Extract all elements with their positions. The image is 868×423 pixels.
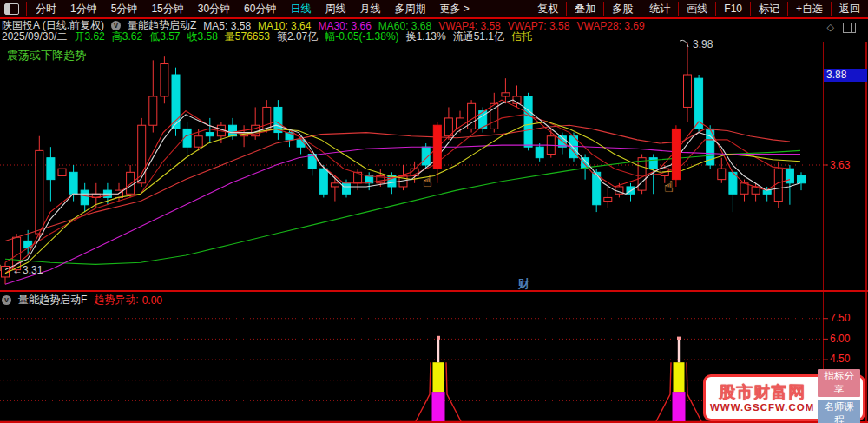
watermark-badges: 指标分享 名师课程 [818,369,860,423]
price-label-highlight: 3.88 [824,69,867,82]
day-stat: 高3.62 [112,30,142,44]
period-tab[interactable]: 1分钟 [63,2,104,17]
toolbar-button[interactable]: 返回 [831,2,868,16]
day-stat: 开3.62 [74,30,104,44]
crosshair-remnant: + [0,261,3,274]
tdx-trading-app: 分时1分钟5分钟15分钟30分钟60分钟日线周线月线多周期更多 > 复权叠加多股… [0,0,868,423]
high-price-annotation: 3.98 [693,38,713,50]
hand-pointer-icon: ☝ [423,172,432,191]
day-stat: 收3.58 [187,30,217,44]
day-stat: 信托 [511,30,532,44]
info-row-icons: ◇ [827,22,856,33]
right-frame-line [865,42,867,423]
sub-indicator-header: v 量能趋势启动F 趋势异动: 0.00 [2,294,162,306]
split-window-icon[interactable] [843,23,856,33]
panel-separator-line[interactable] [0,290,868,292]
sub-status-label: 趋势异动: [94,293,138,307]
day-stat: 量576653 [225,30,270,44]
period-tab[interactable]: 分时 [29,2,63,17]
period-tab[interactable]: 15分钟 [144,2,190,17]
day-stat: 换1.13% [406,30,446,44]
day-stat: 2025/09/30/二 [2,30,67,44]
period-tab[interactable]: 日线 [283,2,318,17]
day-stat: 额2.07亿 [277,30,318,44]
toolbar-button[interactable]: 叠加 [566,2,603,16]
window-layout-icon[interactable] [4,3,19,15]
chevron-down-icon[interactable]: v [2,295,11,305]
period-tab[interactable]: 5分钟 [104,2,145,17]
toolbar-separator [26,2,27,16]
low-price-annotation: ←3.31 [12,264,43,276]
watermark-badge-teacher-course: 名师课程 [818,400,860,423]
toolbar-button[interactable]: 标记 [750,2,787,16]
period-tab[interactable]: 60分钟 [237,2,283,17]
day-stats-row: 2025/09/30/二开3.62高3.62低3.57收3.58量576653额… [2,31,532,43]
sub-axis-label-450: 4.50 [830,353,850,365]
sub-axis-label-750: 7.50 [830,312,850,324]
period-tab[interactable]: 30分钟 [191,2,237,17]
period-tab[interactable]: 更多 > [432,2,476,17]
watermark-badge-indicator-share: 指标分享 [818,369,860,397]
day-stat: 流通51.1亿 [453,30,504,44]
sub-axis-label-600: 6.00 [830,333,850,345]
price-label-363: 3.63 [830,159,850,171]
period-tab[interactable]: 月线 [352,2,387,17]
watermark-url: WWW.GSCFW.COM [710,402,814,413]
toolbar-button[interactable]: 复权 [529,2,566,16]
toolbar-button[interactable]: 多股 [603,2,641,16]
watermark-text-block: 股市财富网 WWW.GSCFW.COM [710,383,814,413]
period-tab[interactable]: 多周期 [387,2,432,17]
watermark-site-name: 股市财富网 [710,383,814,402]
main-chart-svg[interactable] [0,0,868,423]
day-stat: 幅-0.05(-1.38%) [325,30,398,44]
hand-pointer-icon: ☝ [664,177,674,196]
period-tab[interactable]: 周线 [318,2,352,17]
day-stat: 低3.57 [149,30,180,44]
axis-frame-line [823,42,824,423]
ma-value: VWAP28: 3.69 [576,20,644,32]
toolbar-button[interactable]: +自选 [787,2,831,16]
trend-note-label: 震荡或下降趋势 [7,48,86,63]
toolbar-button[interactable]: F10 [715,2,750,16]
site-watermark: 股市财富网 WWW.GSCFW.COM 指标分享 名师课程 [703,374,865,421]
toolbar-button[interactable]: 统计 [641,2,678,16]
indicator-name-sub[interactable]: 量能趋势启动F [18,293,87,307]
toolbar-button[interactable]: 画线 [678,2,715,16]
sub-status-value: 0.00 [142,294,162,307]
toolbar-right-buttons: 复权叠加多股统计画线F10标记+自选返回 [529,0,868,17]
top-toolbar: 分时1分钟5分钟15分钟30分钟60分钟日线周线月线多周期更多 > 复权叠加多股… [0,0,868,19]
period-tabs: 分时1分钟5分钟15分钟30分钟60分钟日线周线月线多周期更多 > [29,2,477,17]
diamond-icon[interactable]: ◇ [827,22,834,33]
